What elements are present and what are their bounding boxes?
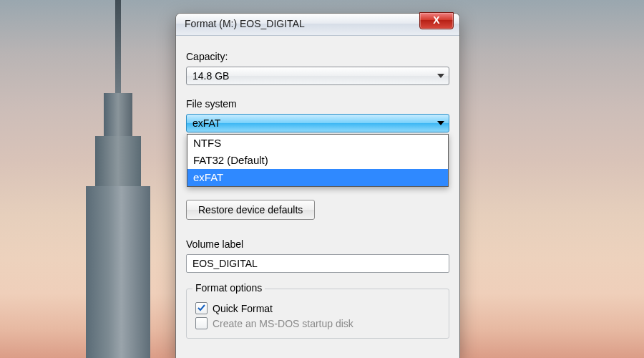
background-building bbox=[72, 0, 150, 358]
chevron-down-icon bbox=[437, 121, 444, 125]
format-dialog: Format (M:) EOS_DIGITAL X Capacity: 14.8… bbox=[175, 13, 460, 358]
filesystem-combobox[interactable]: exFAT NTFS FAT32 (Default) exFAT bbox=[186, 114, 449, 132]
filesystem-value: exFAT bbox=[192, 117, 220, 129]
filesystem-label: File system bbox=[186, 98, 449, 110]
restore-defaults-label: Restore device defaults bbox=[198, 204, 303, 216]
close-button[interactable]: X bbox=[419, 12, 454, 29]
quick-format-label: Quick Format bbox=[213, 303, 273, 314]
restore-defaults-button[interactable]: Restore device defaults bbox=[186, 200, 315, 220]
msdos-row: Create an MS-DOS startup disk bbox=[195, 317, 440, 329]
volume-label-caption: Volume label bbox=[186, 238, 449, 250]
filesystem-option-exfat[interactable]: exFAT bbox=[187, 169, 448, 186]
volume-label-input[interactable]: EOS_DIGITAL bbox=[186, 254, 449, 273]
close-icon: X bbox=[433, 14, 439, 26]
desktop-background: Format (M:) EOS_DIGITAL X Capacity: 14.8… bbox=[0, 0, 644, 358]
msdos-label: Create an MS-DOS startup disk bbox=[213, 318, 353, 329]
capacity-value: 14.8 GB bbox=[192, 70, 229, 82]
filesystem-dropdown-list: NTFS FAT32 (Default) exFAT bbox=[187, 134, 449, 187]
volume-label-value: EOS_DIGITAL bbox=[192, 258, 258, 269]
filesystem-option-ntfs[interactable]: NTFS bbox=[187, 135, 448, 152]
chevron-down-icon bbox=[437, 74, 444, 78]
capacity-label: Capacity: bbox=[186, 51, 449, 62]
quick-format-row[interactable]: Quick Format bbox=[195, 302, 440, 314]
filesystem-option-fat32[interactable]: FAT32 (Default) bbox=[187, 152, 448, 169]
titlebar[interactable]: Format (M:) EOS_DIGITAL X bbox=[176, 14, 459, 36]
window-title: Format (M:) EOS_DIGITAL bbox=[185, 18, 305, 29]
format-options-legend: Format options bbox=[192, 282, 265, 294]
format-options-group: Format options Quick Format Create an MS… bbox=[186, 289, 449, 339]
capacity-combobox[interactable]: 14.8 GB bbox=[186, 67, 449, 85]
quick-format-checkbox[interactable] bbox=[195, 302, 208, 314]
msdos-checkbox bbox=[195, 317, 208, 329]
